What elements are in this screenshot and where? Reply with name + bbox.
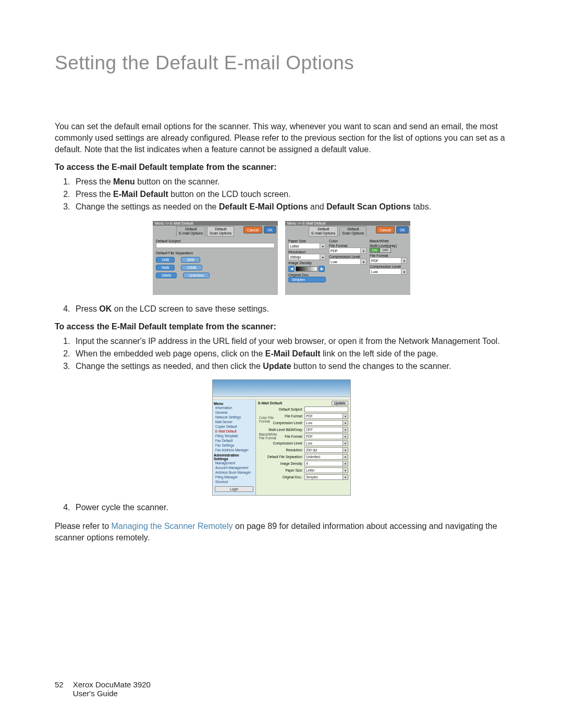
- cancel-button: Cancel: [376, 226, 395, 233]
- pill-button: 3MB: [181, 257, 200, 263]
- section1-step-4: Press OK on the LCD screen to save these…: [55, 303, 508, 315]
- chevron-down-icon: ▾: [343, 461, 348, 466]
- list-item: Press the Menu button on the scanner.: [72, 176, 508, 188]
- pill-button: Unlimited: [183, 273, 210, 278]
- density-slider: ◀▶: [288, 266, 326, 272]
- chevron-down-icon: ▾: [361, 248, 366, 254]
- chevron-down-icon: ▾: [343, 420, 348, 426]
- breadcrumb: Menu >> E-Mail Default: [285, 221, 410, 226]
- ok-button: OK: [264, 226, 276, 233]
- section2-step-4: Power cycle the scanner.: [55, 502, 508, 513]
- label: Default Subject: [156, 239, 275, 243]
- closing-paragraph: Please refer to Managing the Scanner Rem…: [55, 521, 508, 544]
- tab-scan-options: Default Scan Options: [339, 226, 366, 237]
- chevron-down-icon: ▾: [320, 243, 326, 249]
- update-button: Update: [332, 401, 348, 405]
- chevron-down-icon: ▾: [343, 413, 348, 419]
- list-item: Input the scanner's IP address in the UR…: [72, 336, 508, 347]
- intro-paragraph: You can set the default email options fo…: [55, 121, 508, 155]
- section2-steps-1-3: Input the scanner's IP address in the UR…: [55, 336, 508, 372]
- pill-button: 5MB: [156, 265, 175, 270]
- pill-button: 10MB: [181, 265, 202, 270]
- chevron-down-icon: ▾: [401, 268, 407, 275]
- list-item: Power cycle the scanner.: [72, 502, 508, 513]
- tab-email-options: Default E-mail Options: [176, 226, 205, 237]
- tab-email-options: Default E-mail Options: [309, 226, 338, 237]
- chevron-down-icon: ▾: [343, 434, 348, 439]
- page-title: Setting the Default E-mail Options: [55, 52, 508, 74]
- section1-heading: To access the E-mail Default template fr…: [55, 163, 508, 172]
- list-item: Press OK on the LCD screen to save these…: [72, 303, 508, 315]
- web-screenshot-wrap: Menu Information General Network Setting…: [55, 379, 508, 496]
- chevron-down-icon: ▾: [343, 454, 348, 460]
- chevron-down-icon: ▾: [401, 257, 407, 264]
- cancel-button: Cancel: [243, 226, 262, 233]
- list-item: Change the settings as needed on the Def…: [72, 201, 508, 213]
- section1-steps-1-3: Press the Menu button on the scanner. Pr…: [55, 176, 508, 213]
- web-content: E-Mail Default Update Default Subject: C…: [256, 400, 350, 495]
- label: Default File Separation: [156, 251, 275, 255]
- login-button: Login: [215, 486, 253, 492]
- web-screenshot: Menu Information General Network Setting…: [212, 379, 351, 496]
- pill-button: 30MB: [156, 273, 177, 278]
- web-banner: [213, 380, 350, 397]
- tab-scan-options: Default Scan Options: [207, 226, 234, 237]
- page-footer: 52 Xerox DocuMate 3920 User's Guide: [55, 680, 151, 698]
- breadcrumb: Menu >> E-Mail Default: [153, 221, 278, 226]
- toggle: ONOFF: [370, 248, 407, 253]
- subject-field: [156, 243, 275, 248]
- chevron-down-icon: ▾: [343, 440, 348, 446]
- chevron-down-icon: ▾: [343, 447, 348, 453]
- chevron-down-icon: ▾: [361, 258, 366, 265]
- sidebar-item-email-default: E-Mail Default: [215, 429, 254, 434]
- chevron-down-icon: ▾: [343, 474, 348, 480]
- ok-button: OK: [396, 226, 409, 233]
- lcd-screenshot-scan-options: Menu >> E-Mail Default Default E-mail Op…: [285, 221, 410, 295]
- section2-heading: To access the E-Mail Default template fr…: [55, 322, 508, 331]
- chevron-down-icon: ▾: [343, 427, 348, 433]
- page-number: 52: [55, 680, 64, 689]
- document-page: Setting the Default E-mail Options You c…: [0, 0, 563, 728]
- lcd-screenshots-row: Menu >> E-Mail Default Default E-mail Op…: [55, 221, 508, 295]
- cross-reference-link: Managing the Scanner Remotely: [112, 522, 233, 530]
- list-item: Press the E-Mail Default button on the L…: [72, 189, 508, 200]
- chevron-down-icon: ▾: [320, 254, 326, 260]
- pill-button: 1MB: [156, 257, 175, 263]
- lcd-screenshot-email-options: Menu >> E-Mail Default Default E-mail Op…: [153, 221, 278, 295]
- chevron-down-icon: ▾: [343, 467, 348, 473]
- list-item: Change the settings as needed, and then …: [72, 361, 508, 372]
- list-item: When the embedded web page opens, click …: [72, 348, 508, 360]
- web-sidebar: Menu Information General Network Setting…: [213, 400, 256, 495]
